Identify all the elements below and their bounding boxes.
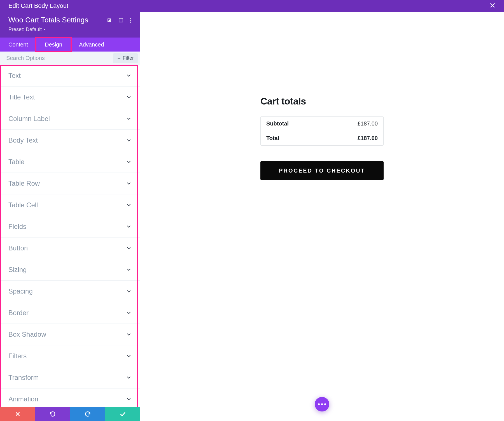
design-option-row[interactable]: Sizing <box>0 259 140 281</box>
chevron-down-icon <box>126 396 132 402</box>
design-option-row[interactable]: Box Shadow <box>0 324 140 345</box>
design-option-row[interactable]: Table Cell <box>0 194 140 216</box>
design-options-list: TextTitle TextColumn LabelBody TextTable… <box>0 65 140 407</box>
panel-toggle-icon[interactable] <box>118 17 124 23</box>
cart-row-total: Total £187.00 <box>261 131 383 145</box>
settings-header: Woo Cart Totals Settings Preset: Default <box>0 12 140 38</box>
design-option-label: Text <box>8 72 21 80</box>
design-option-row[interactable]: Spacing <box>0 281 140 302</box>
tabs: Content Design Advanced <box>0 38 140 52</box>
proceed-to-checkout-button[interactable]: PROCEED TO CHECKOUT <box>260 161 384 180</box>
tab-advanced[interactable]: Advanced <box>71 38 112 52</box>
design-option-label: Table Row <box>8 180 40 187</box>
filter-button[interactable]: Filter <box>113 53 138 63</box>
settings-title: Woo Cart Totals Settings <box>8 16 106 24</box>
chevron-down-icon <box>126 353 132 359</box>
preset-dropdown[interactable]: Preset: Default <box>8 27 132 32</box>
svg-point-6 <box>130 18 131 19</box>
expand-icon[interactable] <box>106 17 112 23</box>
design-option-label: Table <box>8 158 24 166</box>
design-option-row[interactable]: Table <box>0 151 140 173</box>
design-option-row[interactable]: Border <box>0 302 140 324</box>
undo-button[interactable] <box>35 407 70 421</box>
caret-down-icon <box>43 28 46 31</box>
design-option-row[interactable]: Filters <box>0 345 140 367</box>
preview-canvas: Cart totals Subtotal £187.00 Total £187.… <box>140 12 504 421</box>
design-option-row[interactable]: Body Text <box>0 130 140 151</box>
cancel-button[interactable] <box>0 407 35 421</box>
chevron-down-icon <box>126 202 132 208</box>
chevron-down-icon <box>126 267 132 273</box>
close-icon[interactable] <box>489 2 496 10</box>
chevron-down-icon <box>126 159 132 165</box>
preset-label: Preset: Default <box>8 27 42 32</box>
more-icon[interactable] <box>130 17 132 23</box>
chevron-down-icon <box>126 289 132 294</box>
tab-design[interactable]: Design <box>36 38 71 52</box>
design-option-row[interactable]: Table Row <box>0 173 140 194</box>
filter-label: Filter <box>123 55 134 61</box>
topbar-title: Edit Cart Body Layout <box>8 2 68 10</box>
design-option-label: Title Text <box>8 93 35 101</box>
chevron-down-icon <box>126 181 132 186</box>
chevron-down-icon <box>126 375 132 380</box>
chevron-down-icon <box>126 94 132 100</box>
design-option-label: Body Text <box>8 136 38 144</box>
cart-total-value: £187.00 <box>358 135 378 141</box>
cart-subtotal-label: Subtotal <box>266 120 358 127</box>
design-option-row[interactable]: Fields <box>0 216 140 238</box>
redo-button[interactable] <box>70 407 105 421</box>
design-option-row[interactable]: Animation <box>0 389 140 407</box>
undo-icon <box>49 411 56 417</box>
settings-sidebar: Woo Cart Totals Settings Preset: Default <box>0 12 140 421</box>
design-option-row[interactable]: Transform <box>0 367 140 389</box>
ellipsis-icon <box>318 403 326 405</box>
design-option-row[interactable]: Button <box>0 238 140 259</box>
design-option-label: Fields <box>8 223 26 231</box>
design-option-row[interactable]: Title Text <box>0 87 140 108</box>
cancel-icon <box>15 411 21 417</box>
svg-point-8 <box>130 22 131 23</box>
design-option-label: Spacing <box>8 287 33 295</box>
chevron-down-icon <box>126 224 132 229</box>
cart-total-label: Total <box>266 135 358 141</box>
design-option-label: Animation <box>8 395 38 403</box>
cart-row-subtotal: Subtotal £187.00 <box>261 117 383 131</box>
cart-totals-table: Subtotal £187.00 Total £187.00 <box>260 116 384 146</box>
search-row: Filter <box>0 52 140 65</box>
plus-icon <box>117 56 121 60</box>
design-option-label: Filters <box>8 352 27 360</box>
cart-totals-module: Cart totals Subtotal £187.00 Total £187.… <box>260 96 384 421</box>
svg-point-3 <box>109 20 109 20</box>
design-option-label: Transform <box>8 374 39 382</box>
svg-point-7 <box>130 20 131 21</box>
search-input[interactable] <box>0 52 113 65</box>
design-option-row[interactable]: Column Label <box>0 108 140 130</box>
save-button[interactable] <box>105 407 140 421</box>
bottom-actions <box>0 407 140 421</box>
chevron-down-icon <box>126 245 132 251</box>
chevron-down-icon <box>126 73 132 78</box>
design-option-label: Sizing <box>8 266 27 274</box>
design-option-label: Table Cell <box>8 201 38 209</box>
tab-content[interactable]: Content <box>0 38 36 52</box>
cart-subtotal-value: £187.00 <box>358 120 378 127</box>
topbar: Edit Cart Body Layout <box>0 0 504 12</box>
design-option-label: Border <box>8 309 29 317</box>
check-icon <box>119 411 126 417</box>
module-actions-fab[interactable] <box>315 397 329 411</box>
chevron-down-icon <box>126 310 132 316</box>
chevron-down-icon <box>126 116 132 122</box>
design-option-label: Box Shadow <box>8 331 46 338</box>
design-option-label: Column Label <box>8 115 50 123</box>
chevron-down-icon <box>126 332 132 337</box>
design-option-label: Button <box>8 244 28 252</box>
cart-totals-title: Cart totals <box>260 96 384 107</box>
design-option-row[interactable]: Text <box>0 65 140 87</box>
chevron-down-icon <box>126 138 132 143</box>
redo-icon <box>84 411 91 417</box>
